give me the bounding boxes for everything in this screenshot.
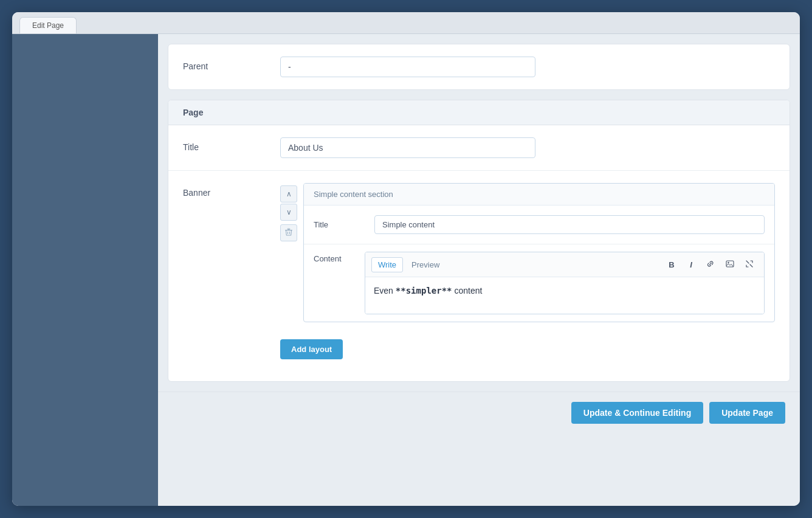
- browser-window: Edit Page Parent Page: [12, 12, 800, 506]
- title-control: [280, 137, 775, 158]
- main-content: Parent Page Title: [158, 34, 800, 506]
- editor-bold-button[interactable]: B: [663, 256, 680, 273]
- content-section: Content Write Preview B: [304, 244, 774, 322]
- browser-tab: Edit Page: [19, 17, 77, 33]
- banner-down-button[interactable]: ∨: [280, 204, 297, 221]
- title-label: Title: [183, 137, 280, 152]
- banner-control: ∧ ∨: [280, 183, 775, 369]
- banner-section-title: Simple content section: [304, 184, 774, 205]
- banner-row: Banner ∧ ∨: [168, 171, 790, 381]
- svg-point-5: [728, 261, 729, 263]
- banner-delete-button[interactable]: [280, 224, 297, 241]
- parent-control: [280, 57, 775, 77]
- expand-icon: [745, 260, 754, 270]
- svg-rect-1: [287, 229, 290, 230]
- editor-body[interactable]: Even **simpler** content: [365, 277, 764, 314]
- content-label: Content: [304, 244, 365, 322]
- trash-icon: [284, 228, 293, 238]
- browser-body: Parent Page Title: [12, 34, 800, 506]
- banner-label: Banner: [183, 183, 280, 198]
- browser-chrome: Edit Page: [12, 12, 800, 34]
- editor-link-button[interactable]: [702, 256, 719, 273]
- update-continue-button[interactable]: Update & Continue Editing: [571, 402, 703, 424]
- banner-container: ∧ ∨: [280, 183, 775, 322]
- editor-wrapper: Write Preview B I: [365, 252, 765, 314]
- sidebar: [12, 34, 158, 506]
- update-page-button[interactable]: Update Page: [709, 402, 785, 424]
- footer-bar: Update & Continue Editing Update Page: [158, 392, 800, 433]
- editor-write-tab[interactable]: Write: [371, 257, 403, 272]
- italic-icon: I: [690, 260, 692, 269]
- link-icon: [706, 260, 715, 270]
- parent-label: Parent: [183, 57, 280, 71]
- image-icon: [726, 260, 734, 270]
- banner-up-button[interactable]: ∧: [280, 185, 297, 202]
- parent-row: Parent: [168, 44, 790, 89]
- page-section-header: Page: [168, 100, 790, 125]
- content-editor-wrap: Write Preview B I: [365, 244, 774, 322]
- chevron-up-icon: ∧: [286, 190, 292, 198]
- editor-italic-button[interactable]: I: [683, 256, 700, 273]
- title-input[interactable]: [280, 137, 535, 158]
- parent-input[interactable]: [280, 57, 535, 77]
- banner-title-input[interactable]: [374, 215, 765, 234]
- chevron-down-icon: ∨: [286, 208, 292, 216]
- editor-toolbar: Write Preview B I: [365, 252, 764, 277]
- page-wrapper: Parent Page Title: [158, 44, 800, 506]
- parent-section: Parent: [168, 44, 790, 90]
- editor-expand-button[interactable]: [741, 256, 758, 273]
- editor-image-button[interactable]: [721, 256, 738, 273]
- editor-preview-tab[interactable]: Preview: [405, 258, 446, 272]
- banner-controls: ∧ ∨: [280, 183, 297, 241]
- title-row: Title: [168, 125, 790, 171]
- banner-title-label: Title: [314, 220, 374, 229]
- banner-section: Simple content section Title: [303, 183, 775, 322]
- bold-icon: B: [669, 260, 674, 269]
- add-layout-container: Add layout: [280, 330, 775, 369]
- page-section: Page Title Banner: [168, 100, 790, 382]
- add-layout-button[interactable]: Add layout: [280, 339, 343, 359]
- banner-title-row: Title: [304, 205, 774, 244]
